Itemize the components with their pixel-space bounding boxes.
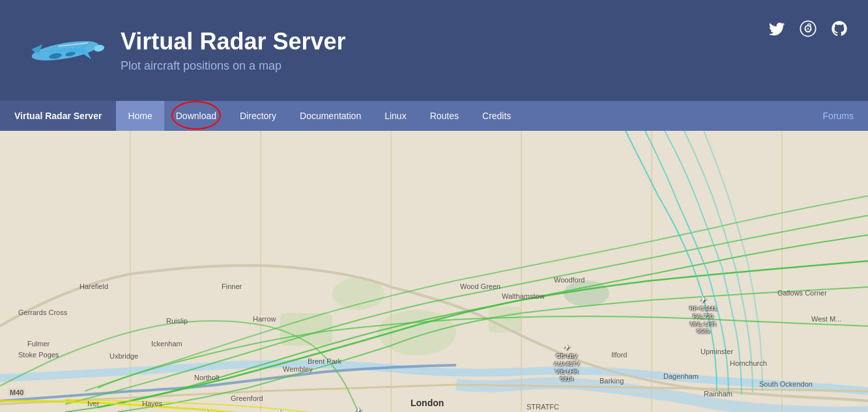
- github-icon: [830, 20, 848, 38]
- nav-item-directory[interactable]: Directory: [228, 101, 288, 131]
- main-nav: Virtual Radar Server Home Download Direc…: [0, 101, 868, 131]
- aircraft-icon-eupm: ✈: [194, 407, 220, 412]
- nav-item-download[interactable]: Download: [164, 101, 228, 131]
- nav-item-documentation[interactable]: Documentation: [288, 101, 373, 131]
- map-svg: [0, 131, 868, 412]
- site-title: Virtual Radar Server: [121, 28, 346, 55]
- reddit-link[interactable]: [799, 20, 817, 42]
- svg-point-12: [805, 29, 806, 30]
- github-link[interactable]: [830, 20, 848, 42]
- aircraft-icon-oelbv: ✈: [554, 341, 580, 353]
- nav-item-linux[interactable]: Linux: [373, 101, 418, 131]
- aircraft-g-eupm: ✈ G-EUPM BAW793 GOT-LHR 539: [194, 407, 220, 412]
- header: Virtual Radar Server Plot aircraft posit…: [0, 0, 868, 101]
- twitter-link[interactable]: [768, 20, 786, 42]
- aircraft-icon-euul: ✈: [345, 404, 371, 412]
- nav-item-forums[interactable]: Forums: [809, 101, 868, 131]
- aircraft-icon-rpc3441: ✈: [689, 294, 717, 305]
- map-container[interactable]: Slough London Harefield Finner Harrow We…: [0, 131, 868, 412]
- aircraft-rp-c3441: ✈ RP-C3441 PAL720 MNL-LHR 9589: [689, 294, 717, 336]
- reddit-icon: [799, 20, 817, 38]
- nav-item-routes[interactable]: Routes: [418, 101, 470, 131]
- social-links: [768, 20, 848, 42]
- aircraft-oe-lbv: ✈ OE-LBV AUA457V VIE-LHR 5314: [554, 341, 580, 383]
- twitter-icon: [768, 20, 786, 38]
- aircraft-g-euuc: ✈ G-EUUC BAW19LX LUX-LHR 1585: [266, 406, 293, 412]
- header-text: Virtual Radar Server Plot aircraft posit…: [121, 28, 346, 73]
- nav-items: Home Download Directory Documentation Li…: [116, 101, 808, 131]
- nav-brand: Virtual Radar Server: [0, 101, 116, 131]
- site-subtitle: Plot aircraft positions on a map: [121, 59, 346, 73]
- svg-point-11: [807, 28, 809, 29]
- nav-item-credits[interactable]: Credits: [470, 101, 523, 131]
- svg-point-13: [809, 29, 811, 30]
- aircraft-icon-euuc: ✈: [266, 406, 293, 412]
- nav-item-home[interactable]: Home: [116, 101, 164, 131]
- nav-spacer: [523, 101, 808, 131]
- logo: [20, 23, 104, 78]
- aircraft-g-euul: ✈ G-EUUL BAW869 BUD-LHR 2685: [345, 404, 371, 412]
